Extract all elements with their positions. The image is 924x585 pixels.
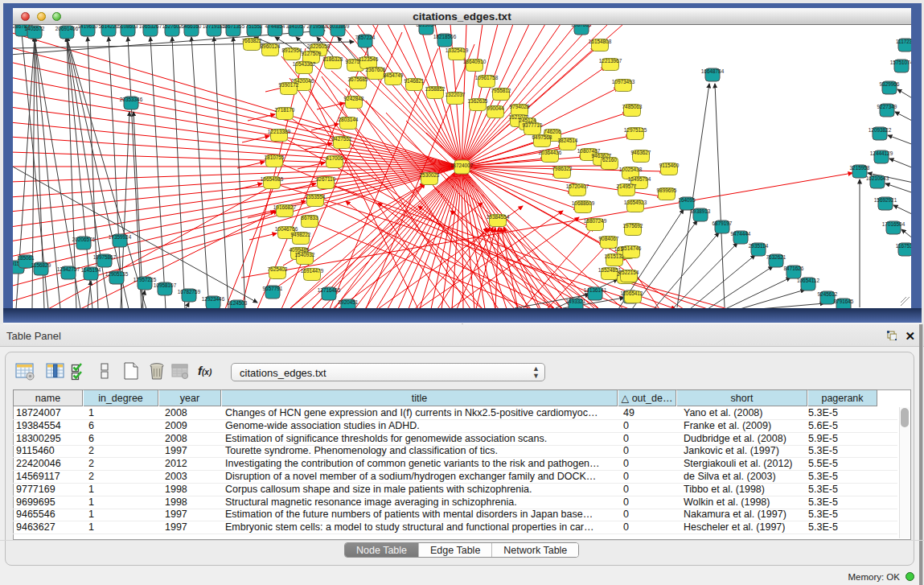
svg-text:16648784: 16648784	[701, 68, 725, 74]
svg-text:16782759: 16782759	[178, 289, 201, 295]
svg-text:2367608: 2367608	[366, 67, 386, 72]
svg-text:1810755: 1810755	[265, 154, 285, 160]
svg-text:5108603: 5108603	[118, 25, 138, 29]
svg-text:12905135: 12905135	[105, 271, 129, 277]
svg-text:9498222: 9498222	[291, 232, 311, 237]
svg-text:12093822: 12093822	[869, 127, 892, 133]
svg-text:17957225: 17957225	[133, 277, 157, 282]
svg-text:18724007: 18724007	[450, 163, 474, 168]
svg-text:9245612: 9245612	[818, 291, 838, 297]
svg-text:14136141: 14136141	[584, 287, 607, 293]
svg-text:9657791: 9657791	[263, 286, 283, 291]
svg-text:1123546: 1123546	[359, 56, 379, 62]
svg-text:10961758: 10961758	[475, 75, 499, 80]
svg-text:3267110: 3267110	[316, 176, 336, 182]
svg-text:8912954: 8912954	[282, 47, 302, 53]
svg-text:12923446: 12923446	[202, 296, 225, 302]
svg-text:12975125: 12975125	[624, 127, 647, 133]
svg-text:17016504: 17016504	[882, 221, 906, 227]
svg-text:751552: 751552	[245, 25, 263, 29]
svg-text:8791645: 8791645	[834, 299, 854, 304]
svg-text:867833: 867833	[301, 215, 318, 220]
svg-text:9115460: 9115460	[659, 163, 680, 168]
svg-text:15751074: 15751074	[890, 60, 911, 65]
svg-text:417006: 417006	[326, 155, 343, 161]
svg-text:10653267: 10653267	[139, 25, 162, 29]
svg-text:12942757: 12942757	[57, 266, 80, 272]
svg-text:2530023: 2530023	[420, 172, 440, 178]
svg-text:3824514: 3824514	[558, 138, 578, 143]
svg-text:2719583: 2719583	[307, 25, 327, 29]
svg-text:1493321: 1493321	[566, 299, 586, 304]
svg-text:185061: 185061	[17, 255, 35, 261]
svg-text:7632621: 7632621	[766, 254, 786, 260]
svg-text:1145194: 1145194	[81, 267, 101, 273]
svg-text:1540932: 1540932	[295, 252, 315, 257]
svg-text:8920451: 8920451	[339, 299, 359, 305]
svg-text:20691406: 20691406	[55, 26, 79, 31]
svg-text:19384554: 19384554	[487, 214, 510, 220]
svg-text:4744854: 4744854	[265, 25, 285, 29]
svg-text:13654923: 13654923	[624, 200, 647, 205]
svg-text:20206576: 20206576	[72, 237, 96, 242]
svg-text:18640910: 18640910	[463, 59, 487, 64]
svg-text:10543362: 10543362	[293, 61, 316, 67]
svg-text:6497568: 6497568	[532, 134, 552, 140]
svg-text:15692921: 15692921	[874, 197, 897, 203]
svg-text:9794028: 9794028	[510, 104, 530, 109]
svg-text:7485063: 7485063	[622, 104, 643, 109]
svg-text:1156829: 1156829	[31, 262, 51, 268]
svg-text:3675685: 3675685	[348, 76, 368, 82]
svg-text:3215958: 3215958	[850, 165, 870, 171]
svg-text:13325419: 13325419	[446, 47, 469, 53]
svg-text:8471626: 8471626	[784, 266, 804, 271]
svg-text:17359924: 17359924	[109, 234, 132, 240]
svg-text:1065412: 1065412	[623, 290, 643, 296]
svg-text:12444129: 12444129	[870, 150, 893, 156]
svg-text:2522154: 2522154	[619, 270, 639, 275]
svg-text:13716485: 13716485	[318, 287, 341, 293]
svg-text:62160: 62160	[602, 157, 617, 163]
svg-text:19166827: 19166827	[273, 204, 297, 210]
svg-text:7986322: 7986322	[552, 166, 573, 171]
svg-text:6514746: 6514746	[622, 245, 642, 251]
svg-text:7955812: 7955812	[491, 88, 511, 93]
svg-text:18218506: 18218506	[433, 34, 457, 39]
svg-text:2718170: 2718170	[275, 107, 295, 113]
svg-text:10958107: 10958107	[154, 282, 177, 288]
svg-text:9146821: 9146821	[405, 78, 425, 84]
svg-text:13495794: 13495794	[628, 176, 651, 182]
svg-text:5614226: 5614226	[99, 25, 119, 29]
svg-text:18807249: 18807249	[584, 218, 607, 224]
svg-text:1362635: 1362635	[468, 98, 488, 104]
svg-text:8813054: 8813054	[417, 25, 437, 27]
svg-text:16154808: 16154808	[589, 39, 612, 44]
svg-text:1405572: 1405572	[25, 26, 45, 31]
svg-text:8186328: 8186328	[323, 56, 343, 62]
svg-text:9227349: 9227349	[877, 104, 897, 109]
svg-text:7625402: 7625402	[268, 266, 288, 272]
svg-text:20353346: 20353346	[120, 97, 143, 102]
svg-text:10046766: 10046766	[275, 226, 298, 232]
svg-text:9390172: 9390172	[279, 82, 299, 88]
svg-text:12213389: 12213389	[268, 129, 291, 134]
svg-text:16033809: 16033809	[326, 25, 350, 29]
svg-text:9329966: 9329966	[880, 81, 900, 87]
svg-text:9463627: 9463627	[631, 150, 651, 155]
svg-text:1167534: 1167534	[896, 243, 911, 249]
svg-text:8938913: 8938913	[691, 208, 711, 214]
svg-text:1615132: 1615132	[605, 253, 625, 259]
svg-text:9899695: 9899695	[657, 187, 677, 193]
svg-text:9474444: 9474444	[731, 231, 751, 237]
svg-text:16210643: 16210643	[866, 175, 889, 181]
svg-text:3341057: 3341057	[286, 25, 306, 29]
svg-text:164095: 164095	[678, 197, 696, 203]
svg-text:16671355: 16671355	[222, 25, 245, 29]
svg-text:19654985: 19654985	[261, 176, 284, 182]
svg-text:8454749: 8454749	[384, 72, 404, 78]
svg-text:20364436: 20364436	[539, 150, 562, 155]
svg-text:6466160: 6466160	[182, 25, 202, 29]
svg-text:1353554: 1353554	[306, 194, 326, 200]
svg-text:9124503: 9124503	[228, 300, 248, 306]
svg-text:7663822: 7663822	[242, 38, 262, 43]
